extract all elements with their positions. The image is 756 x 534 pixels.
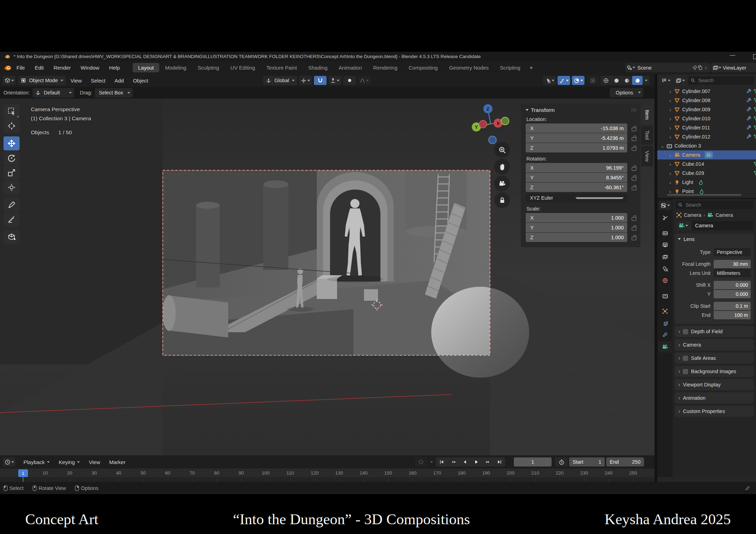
tool-scale[interactable]: [4, 166, 20, 180]
snap-target-dropdown[interactable]: [329, 76, 341, 85]
playhead[interactable]: 1: [18, 469, 28, 477]
properties-tab-world[interactable]: [658, 275, 672, 286]
datablock-name-field[interactable]: Camera: [692, 221, 753, 230]
outliner-item-camera[interactable]: ›Camera: [657, 150, 756, 159]
next-key-button[interactable]: [482, 457, 493, 467]
unlock-icon[interactable]: [632, 177, 636, 180]
viewport-menu-object[interactable]: Object: [133, 78, 148, 84]
expand-icon[interactable]: ›: [667, 161, 673, 167]
pan-button[interactable]: [494, 159, 510, 175]
tool-select-box[interactable]: [4, 104, 20, 118]
properties-tab-output[interactable]: [658, 239, 672, 250]
breadcrumb-item[interactable]: Camera: [715, 212, 733, 218]
transform-panel-header[interactable]: Transform: [526, 107, 636, 113]
show-object-types-dropdown[interactable]: [543, 76, 556, 85]
rotation-field-x[interactable]: X96.199°: [526, 163, 627, 172]
wrench-icon[interactable]: [746, 107, 752, 112]
tool-measure[interactable]: [4, 213, 20, 227]
minimize-button[interactable]: —: [727, 52, 738, 58]
property-slider[interactable]: 0.1 m: [714, 302, 751, 310]
gizmo-z-neg-axis[interactable]: [489, 136, 496, 144]
scale-field-z[interactable]: Z1.000: [526, 233, 627, 242]
properties-search-input[interactable]: [685, 202, 751, 208]
unlock-icon[interactable]: [632, 187, 636, 190]
properties-tab-data[interactable]: [658, 341, 672, 353]
drag-setting-dropdown[interactable]: Select Box: [95, 88, 132, 98]
panel-checkbox[interactable]: [683, 329, 688, 334]
options-dropdown[interactable]: Options: [610, 88, 643, 97]
play-button[interactable]: [470, 457, 482, 467]
wrench-icon[interactable]: [746, 116, 752, 121]
cameradata-icon[interactable]: [705, 151, 713, 158]
property-slider[interactable]: 100 m: [714, 311, 751, 319]
viewlayer-selector[interactable]: ViewLayer: [711, 63, 756, 72]
properties-tab-object[interactable]: [658, 306, 672, 317]
snap-toggle[interactable]: [314, 76, 327, 85]
timeline-menu-view[interactable]: View: [89, 459, 100, 465]
panel-safe-areas[interactable]: ›Safe Areas: [675, 353, 754, 364]
location-field-x[interactable]: X-15.038 m: [526, 123, 627, 133]
workspace-tab-compositing[interactable]: Compositing: [404, 63, 443, 72]
timeline-menu-marker[interactable]: Marker: [109, 459, 126, 465]
outliner-scrollbar[interactable]: [667, 194, 741, 196]
outliner-search-input[interactable]: [698, 77, 751, 84]
overlays-toggle[interactable]: [572, 76, 584, 85]
auto-keying-toggle[interactable]: [415, 457, 427, 467]
use-preview-range-button[interactable]: [555, 457, 568, 467]
panel-viewport-display[interactable]: ›Viewport Display: [675, 379, 754, 390]
tool-move[interactable]: [4, 136, 20, 150]
lightdata-icon[interactable]: [698, 188, 704, 194]
unlock-icon[interactable]: [632, 137, 636, 141]
outliner-item-cylinder-011[interactable]: ›Cylinder.011: [657, 123, 756, 132]
menu-window[interactable]: Window: [80, 65, 99, 71]
scale-field-x[interactable]: X1.000: [526, 213, 627, 222]
unlock-icon[interactable]: [632, 237, 636, 240]
workspace-tab-sculpting[interactable]: Sculpting: [192, 63, 224, 72]
panel-checkbox[interactable]: [683, 369, 688, 374]
properties-editor-type-button[interactable]: [659, 201, 671, 210]
unlink-scene-icon[interactable]: ×: [705, 65, 707, 71]
outliner-display-mode-dropdown[interactable]: [659, 76, 672, 85]
location-field-z[interactable]: Z1.0793 m: [526, 143, 627, 152]
outliner-item-cube-014[interactable]: ›Cube.014: [657, 159, 756, 169]
editor-type-button[interactable]: [3, 76, 15, 85]
panel-camera[interactable]: ›Camera: [675, 339, 754, 350]
meshdata-icon[interactable]: [753, 98, 756, 103]
tool-annotate[interactable]: [4, 198, 20, 212]
unlock-icon[interactable]: [632, 147, 636, 151]
outliner-item-cylinder-010[interactable]: ›Cylinder.010: [657, 114, 756, 123]
meshdata-icon[interactable]: [753, 134, 756, 140]
menu-file[interactable]: File: [16, 65, 25, 71]
outliner-item-cylinder-007[interactable]: ›Cylinder.007: [657, 87, 756, 96]
timeline-menu-playback[interactable]: Playback: [23, 459, 50, 465]
scene-selector[interactable]: Scene ×: [625, 63, 710, 72]
proportional-edit-toggle[interactable]: [343, 76, 356, 85]
panel-background-images[interactable]: ›Background Images: [675, 366, 754, 377]
jump-first-button[interactable]: [436, 457, 447, 467]
properties-tab-collection[interactable]: [658, 290, 672, 301]
expand-icon[interactable]: ›: [667, 170, 673, 176]
expand-icon[interactable]: ⌄: [659, 143, 666, 149]
expand-icon[interactable]: ›: [667, 152, 673, 158]
viewport-menu-select[interactable]: Select: [91, 78, 105, 84]
status-notification-icon[interactable]: [745, 485, 750, 491]
zoom-button[interactable]: [494, 142, 510, 158]
panel-animation[interactable]: ›Animation: [675, 392, 754, 404]
timeline-ruler[interactable]: 1 10203040506070809010011012013014015016…: [0, 469, 654, 482]
wrench-icon[interactable]: [746, 134, 752, 140]
jump-last-button[interactable]: [493, 457, 505, 467]
property-dropdown[interactable]: Perspective: [714, 248, 751, 256]
shading-wireframe-button[interactable]: [601, 76, 611, 85]
lightdata-icon[interactable]: [697, 179, 703, 185]
xray-toggle[interactable]: [586, 76, 599, 85]
properties-tab-constraints[interactable]: [658, 329, 672, 341]
pin-icon[interactable]: [692, 65, 698, 70]
workspace-tab-layout[interactable]: Layout: [133, 63, 159, 72]
workspace-tab-geometry-nodes[interactable]: Geometry Nodes: [444, 63, 494, 72]
shading-solid-button[interactable]: [611, 76, 622, 85]
properties-tab-physics[interactable]: [658, 318, 672, 329]
workspace-tab-uv-editing[interactable]: UV Editing: [225, 63, 260, 72]
sidebar-tab-item[interactable]: Item: [641, 105, 653, 124]
property-dropdown[interactable]: Millimeters: [714, 269, 751, 277]
panel-drag-handle[interactable]: [631, 108, 636, 112]
